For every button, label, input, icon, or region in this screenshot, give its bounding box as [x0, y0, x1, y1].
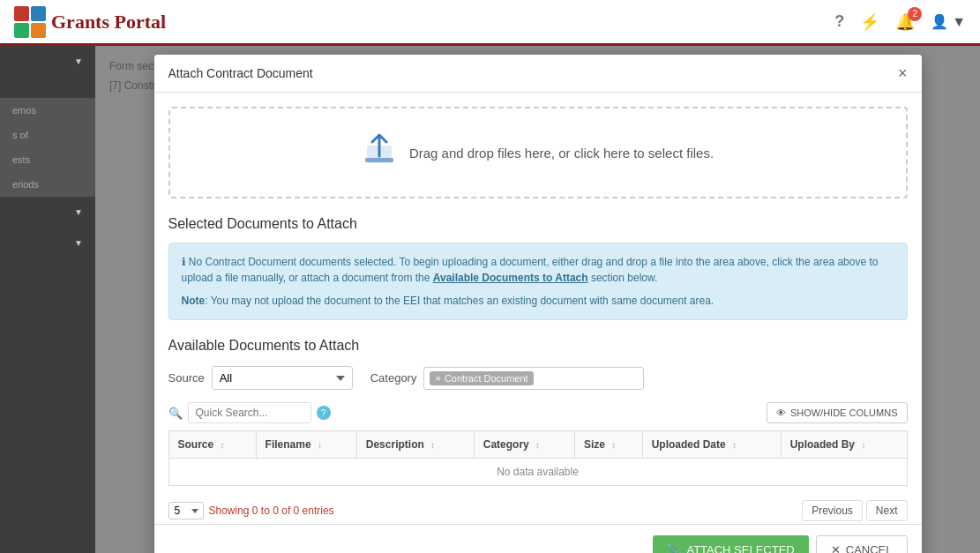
file-drop-zone[interactable]: Drag and drop files here, or click here …: [168, 107, 908, 198]
col-filename-label: Filename: [266, 438, 311, 451]
source-select[interactable]: All Local Remote: [212, 366, 353, 390]
category-filter-group: Category × Contract Document: [370, 367, 645, 390]
chevron-down-icon: ▼: [74, 56, 83, 66]
entries-count: 5 10 25 Showing 0 to 0 of 0 entries: [168, 502, 334, 519]
help-button[interactable]: ?: [834, 12, 844, 31]
sort-icon[interactable]: ↕: [535, 440, 540, 450]
tag-x-icon[interactable]: ×: [435, 373, 440, 384]
attach-label: ATTACH SELECTED: [686, 543, 794, 553]
category-tag: × Contract Document: [430, 371, 533, 385]
category-field[interactable]: × Contract Document: [423, 367, 644, 390]
logo-icon-green: [14, 23, 29, 38]
table-footer: 5 10 25 Showing 0 to 0 of 0 entries Prev…: [168, 495, 908, 524]
bell-badge: 2: [908, 7, 922, 21]
note-label: Note: [182, 295, 206, 307]
logo-icon-blue: [31, 6, 46, 21]
col-source-label: Source: [178, 438, 214, 451]
showing-entries-text: Showing 0 to 0 of 0 entries: [209, 504, 334, 517]
search-icon: 🔍: [168, 407, 183, 420]
attach-selected-button[interactable]: 📎 ATTACH SELECTED: [653, 535, 808, 553]
documents-table: Source ↕ Filename ↕ Description ↕: [168, 430, 908, 486]
sidebar-item-2[interactable]: [0, 77, 95, 98]
sidebar-item-1[interactable]: ▼: [0, 46, 95, 77]
bolt-button[interactable]: ⚡: [860, 12, 879, 32]
attach-icon: 📎: [667, 543, 681, 553]
sort-icon[interactable]: ↕: [861, 440, 865, 450]
modal-footer: 📎 ATTACH SELECTED ✕ CANCEL: [154, 524, 922, 553]
user-chevron-icon: ▼: [952, 14, 966, 30]
col-category: Category ↕: [474, 431, 574, 459]
sort-icon[interactable]: ↕: [430, 440, 435, 450]
app-header: Grants Portal ? ⚡ 🔔 2 👤 ▼: [0, 0, 980, 46]
chevron-down-icon: ▼: [74, 207, 83, 217]
info-box: ℹ No Contract Document documents selecte…: [168, 243, 908, 320]
sort-icon[interactable]: ↕: [732, 440, 737, 450]
modal-title: Attach Contract Document: [168, 66, 313, 80]
selected-documents-title: Selected Documents to Attach: [168, 216, 908, 232]
eye-icon: 👁: [776, 407, 786, 418]
source-filter-group: Source All Local Remote: [168, 366, 353, 390]
col-uploaded-by-label: Uploaded By: [790, 438, 855, 451]
sidebar-item-6[interactable]: ▼: [0, 197, 95, 228]
search-group: 🔍 ?: [168, 402, 331, 423]
sidebar-section-emos: emos: [0, 98, 95, 123]
source-label: Source: [168, 371, 205, 385]
col-size: Size ↕: [574, 431, 642, 459]
info-text2: section below.: [591, 272, 657, 284]
sort-icon[interactable]: ↕: [611, 440, 616, 450]
logo-icon-orange: [31, 23, 46, 38]
cancel-icon: ✕: [831, 543, 841, 553]
cancel-button[interactable]: ✕ CANCEL: [816, 535, 908, 553]
sort-icon[interactable]: ↕: [221, 440, 225, 450]
user-icon: 👤: [931, 13, 948, 30]
table-header-row: Source ↕ Filename ↕ Description ↕: [168, 431, 907, 459]
sidebar-section-label: ests: [12, 154, 30, 165]
note: Note: You may not upload the document to…: [182, 293, 894, 309]
svg-rect-1: [365, 158, 393, 162]
info-link[interactable]: Available Documents to Attach: [433, 272, 588, 284]
sidebar-section-sof: s of: [0, 123, 95, 147]
main-content: Form section Historical Dev Summary DRAF…: [95, 46, 980, 553]
sidebar-item-7[interactable]: ▼: [0, 228, 95, 258]
col-description-label: Description: [366, 438, 424, 451]
show-hide-label: SHOW/HIDE COLUMNS: [790, 407, 898, 418]
sidebar-section-eriods: eriods: [0, 172, 95, 197]
search-input[interactable]: [188, 402, 311, 423]
no-data-row: No data available: [168, 459, 907, 486]
table-header: Source ↕ Filename ↕ Description ↕: [168, 431, 907, 459]
logo-icon-red: [14, 6, 29, 21]
modal-body: Drag and drop files here, or click here …: [154, 93, 922, 524]
per-page-select[interactable]: 5 10 25: [168, 502, 204, 519]
sort-icon[interactable]: ↕: [318, 440, 322, 450]
logo-icons: [14, 6, 46, 38]
sidebar-section-label: s of: [12, 130, 28, 140]
upload-icon: [362, 133, 397, 172]
info-message: ℹ No Contract Document documents selecte…: [182, 254, 894, 286]
header-icons: ? ⚡ 🔔 2 👤 ▼: [834, 12, 966, 32]
chevron-down-icon: ▼: [74, 238, 83, 248]
col-uploaded-date-label: Uploaded Date: [652, 438, 726, 451]
logo-text: Grants Portal: [51, 11, 166, 34]
logo: Grants Portal: [14, 6, 166, 38]
show-hide-columns-button[interactable]: 👁 SHOW/HIDE COLUMNS: [767, 402, 908, 423]
help-tooltip-icon[interactable]: ?: [317, 406, 331, 420]
next-button[interactable]: Next: [866, 500, 908, 521]
col-filename: Filename ↕: [256, 431, 356, 459]
col-uploaded-date: Uploaded Date ↕: [642, 431, 781, 459]
col-category-label: Category: [483, 438, 529, 451]
sidebar-section-label: eriods: [12, 179, 39, 190]
previous-button[interactable]: Previous: [802, 500, 863, 521]
sidebar: ▼ emos s of ests eriods ▼ ▼: [0, 46, 95, 553]
pagination: Previous Next: [802, 500, 907, 521]
col-uploaded-by: Uploaded By ↕: [781, 431, 907, 459]
available-documents-title: Available Documents to Attach: [168, 338, 908, 354]
no-data-cell: No data available: [168, 459, 907, 486]
user-menu-button[interactable]: 👤 ▼: [931, 13, 966, 30]
modal-close-button[interactable]: ×: [898, 65, 908, 81]
filter-row: Source All Local Remote Category: [168, 366, 908, 390]
col-source: Source ↕: [168, 431, 256, 459]
col-description: Description ↕: [356, 431, 474, 459]
modal: Attach Contract Document ×: [154, 55, 922, 553]
note-text: You may not upload the document to the E…: [211, 295, 714, 307]
bell-button[interactable]: 🔔 2: [895, 12, 915, 32]
